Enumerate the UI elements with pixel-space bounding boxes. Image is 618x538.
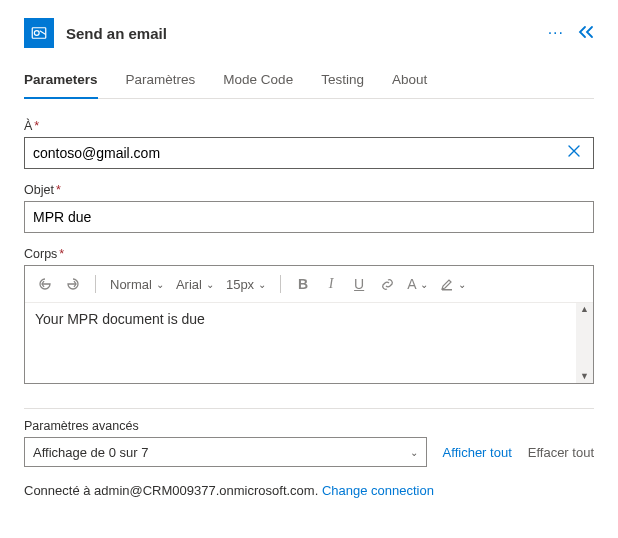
tab-parametres[interactable]: Paramètres: [126, 72, 196, 99]
more-icon[interactable]: ···: [548, 24, 564, 42]
clear-all-link[interactable]: Effacer tout: [528, 445, 594, 460]
svg-rect-2: [442, 289, 452, 291]
redo-button[interactable]: [61, 272, 85, 296]
card-title: Send an email: [66, 25, 536, 42]
link-button[interactable]: [375, 272, 399, 296]
subject-input-wrap: [24, 201, 594, 233]
tab-mode-code[interactable]: Mode Code: [223, 72, 293, 99]
font-family-select[interactable]: Arial⌄: [172, 272, 218, 296]
divider: [24, 408, 594, 409]
to-label: À*: [24, 119, 594, 133]
chevron-down-icon: ⌄: [410, 447, 418, 458]
advanced-params-select[interactable]: Affichage de 0 sur 7 ⌄: [24, 437, 427, 467]
highlight-button[interactable]: ⌄: [436, 272, 470, 296]
outlook-icon: [24, 18, 54, 48]
collapse-icon[interactable]: [578, 25, 594, 42]
connected-text: Connecté à admin@CRM009377.onmicrosoft.c…: [24, 483, 318, 498]
advanced-select-text: Affichage de 0 sur 7: [33, 445, 148, 460]
tab-parameters[interactable]: Parameters: [24, 72, 98, 99]
show-all-link[interactable]: Afficher tout: [443, 445, 512, 460]
card-header: Send an email ···: [24, 18, 594, 48]
clear-to-icon[interactable]: [563, 144, 585, 162]
scrollbar[interactable]: ▲ ▼: [576, 303, 593, 383]
connection-footer: Connecté à admin@CRM009377.onmicrosoft.c…: [24, 483, 594, 498]
scroll-down-icon[interactable]: ▼: [580, 370, 589, 383]
toolbar-divider: [280, 275, 281, 293]
subject-label: Objet*: [24, 183, 594, 197]
tab-testing[interactable]: Testing: [321, 72, 364, 99]
undo-button[interactable]: [33, 272, 57, 296]
svg-point-1: [34, 31, 39, 36]
toolbar-divider: [95, 275, 96, 293]
body-textarea[interactable]: Your MPR document is due: [25, 303, 576, 383]
font-color-button[interactable]: A⌄: [403, 272, 432, 296]
subject-input[interactable]: [33, 209, 585, 225]
body-label: Corps*: [24, 247, 594, 261]
font-size-select[interactable]: 15px⌄: [222, 272, 270, 296]
scroll-up-icon[interactable]: ▲: [580, 303, 589, 316]
to-input[interactable]: [33, 145, 563, 161]
tab-about[interactable]: About: [392, 72, 427, 99]
format-style-select[interactable]: Normal⌄: [106, 272, 168, 296]
italic-button[interactable]: I: [319, 272, 343, 296]
underline-button[interactable]: U: [347, 272, 371, 296]
editor-toolbar: Normal⌄ Arial⌄ 15px⌄ B I U A⌄ ⌄: [25, 266, 593, 303]
tab-bar: Parameters Paramètres Mode Code Testing …: [24, 72, 594, 99]
advanced-label: Paramètres avancés: [24, 419, 594, 433]
change-connection-link[interactable]: Change connection: [322, 483, 434, 498]
to-input-wrap: [24, 137, 594, 169]
body-editor: Normal⌄ Arial⌄ 15px⌄ B I U A⌄ ⌄ Your MPR…: [24, 265, 594, 384]
bold-button[interactable]: B: [291, 272, 315, 296]
